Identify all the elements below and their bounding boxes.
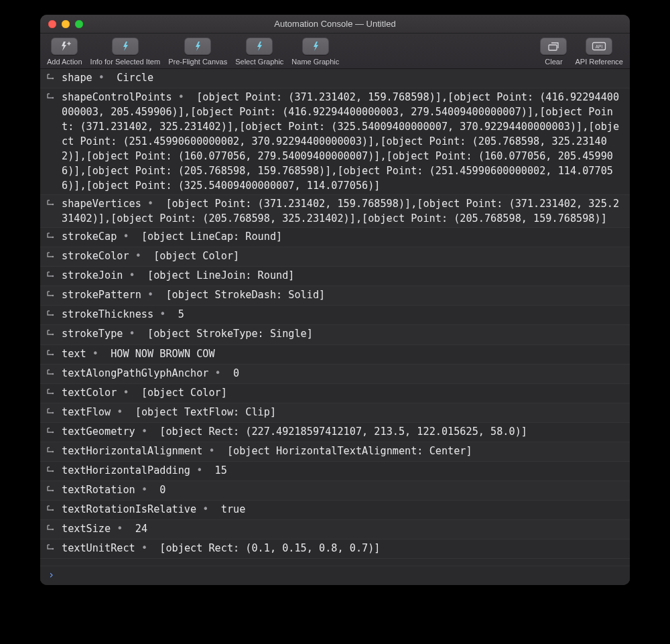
row-content: strokePattern • [object StrokeDash: Soli… (60, 287, 622, 302)
console-row[interactable]: textColor • [object Color] (40, 384, 630, 403)
row-bullet: • (111, 406, 135, 418)
row-bullet: • (92, 72, 117, 84)
row-bullet: • (190, 464, 215, 476)
console-row[interactable]: textHorizontalAlignment • [object Horizo… (40, 442, 630, 462)
name-graphic-button[interactable] (302, 38, 329, 55)
console-row[interactable]: textHorizontalPadding • 15 (40, 462, 630, 481)
console-row[interactable]: textSize • 24 (40, 520, 630, 539)
row-key: strokeType (62, 328, 123, 340)
row-value: [object LineCap: Round] (141, 231, 282, 243)
svg-point-9 (52, 295, 54, 296)
svg-point-4 (52, 97, 54, 99)
toolbar: Add Action Info for Selected Item (40, 34, 630, 69)
console-row[interactable]: strokeJoin • [object LineJoin: Round] (40, 267, 630, 286)
toolbar-item-preflight: Pre-Flight Canvas (168, 38, 227, 66)
console-row[interactable]: textRotation • 0 (40, 481, 630, 501)
row-bullet: • (135, 542, 160, 554)
console-row[interactable]: strokeColor • [object Color] (40, 247, 630, 267)
row-key: strokeJoin (62, 269, 123, 281)
row-tree-icon (46, 70, 60, 86)
svg-point-19 (52, 490, 54, 491)
console-row[interactable]: textAlongPathGlyphAnchor • 0 (40, 365, 630, 384)
api-reference-button[interactable]: API (586, 38, 612, 55)
minimize-window-button[interactable] (62, 20, 70, 28)
row-tree-icon (46, 268, 60, 284)
row-content: strokeThickness • 5 (60, 307, 622, 322)
row-value: HOW NOW BROWN COW (111, 348, 214, 360)
automation-console-window: Automation Console — Untitled Add Action (40, 15, 630, 585)
bolt-icon (310, 41, 321, 52)
row-content: textHorizontalAlignment • [object Horizo… (60, 444, 622, 458)
console-row[interactable]: shape • Circle (40, 69, 630, 88)
row-key: shape (62, 72, 92, 84)
row-value: [object Color] (141, 387, 227, 399)
console-row[interactable]: shapeVertices • [object Point: (371.2314… (40, 195, 630, 228)
row-tree-icon (46, 541, 60, 557)
bolt-icon (254, 41, 265, 52)
row-tree-icon (46, 326, 60, 342)
toolbar-item-api-reference: API API Reference (575, 38, 623, 66)
row-content: strokeJoin • [object LineJoin: Round] (60, 268, 622, 283)
row-bullet: • (202, 445, 227, 457)
console-prompt[interactable]: › (40, 566, 630, 585)
console-row[interactable]: strokeType • [object StrokeType: Single] (40, 325, 630, 344)
row-key: textAlongPathGlyphAnchor (62, 367, 208, 379)
row-key: strokeCap (62, 231, 117, 243)
toolbar-label: Add Action (47, 58, 82, 66)
console-output: shape • CircleshapeControlPoints • [obje… (40, 69, 630, 585)
titlebar: Automation Console — Untitled (40, 15, 630, 34)
close-window-button[interactable] (48, 20, 56, 28)
add-action-button[interactable] (51, 38, 78, 55)
info-button[interactable] (112, 38, 139, 55)
toolbar-item-clear: Clear (540, 38, 567, 66)
toolbar-label: Name Graphic (291, 58, 339, 66)
row-content: text • HOW NOW BROWN COW (60, 346, 622, 361)
row-key: textSize (62, 523, 111, 535)
console-row[interactable]: text • HOW NOW BROWN COW (40, 345, 630, 365)
select-graphic-button[interactable] (246, 38, 273, 55)
preflight-button[interactable] (184, 38, 211, 55)
console-row[interactable]: textRotationIsRelative • true (40, 501, 630, 520)
row-bullet: • (123, 328, 147, 340)
console-rows[interactable]: shape • CircleshapeControlPoints • [obje… (40, 69, 630, 566)
console-row[interactable]: textUnitRect • [object Rect: (0.1, 0.15,… (40, 539, 630, 559)
console-row[interactable]: strokeCap • [object LineCap: Round] (40, 228, 630, 247)
console-row[interactable]: textGeometry • [object Rect: (227.492185… (40, 423, 630, 442)
console-row[interactable]: strokeThickness • 5 (40, 306, 630, 325)
bolt-plus-icon (58, 41, 71, 52)
row-bullet: • (86, 348, 111, 360)
svg-point-3 (52, 78, 54, 79)
svg-point-6 (52, 237, 54, 238)
row-bullet: • (172, 91, 197, 103)
row-key: shapeVertices (62, 198, 141, 210)
row-bullet: • (208, 367, 233, 379)
row-tree-icon (46, 463, 60, 479)
toolbar-label: API Reference (575, 58, 623, 66)
toolbar-item-add-action: Add Action (47, 38, 82, 66)
toolbar-item-info: Info for Selected Item (90, 38, 161, 66)
row-key: textHorizontalAlignment (62, 445, 202, 457)
svg-point-16 (52, 431, 54, 432)
row-tree-icon (46, 385, 60, 401)
toolbar-item-select-graphic: Select Graphic (235, 38, 283, 66)
row-tree-icon (46, 346, 60, 363)
zoom-window-button[interactable] (75, 20, 83, 28)
row-value: Circle (117, 72, 153, 84)
console-row[interactable]: strokePattern • [object StrokeDash: Soli… (40, 286, 630, 306)
row-value: [object LineJoin: Round] (147, 269, 294, 281)
row-value: 0 (233, 367, 239, 379)
window-controls (40, 20, 83, 28)
row-tree-icon (46, 249, 60, 265)
svg-point-22 (52, 548, 54, 550)
svg-point-17 (52, 450, 54, 452)
row-content: textRotationIsRelative • true (60, 502, 622, 517)
toolbar-label: Info for Selected Item (90, 58, 161, 66)
row-value: [object StrokeType: Single] (147, 328, 313, 340)
svg-point-21 (52, 529, 54, 530)
row-bullet: • (123, 269, 147, 281)
row-value: [object HorizontalTextAlignment: Center] (227, 445, 472, 457)
svg-point-7 (52, 256, 54, 257)
console-row[interactable]: textFlow • [object TextFlow: Clip] (40, 403, 630, 423)
console-row[interactable]: shapeControlPoints • [object Point: (371… (40, 88, 630, 195)
clear-button[interactable] (540, 38, 567, 55)
